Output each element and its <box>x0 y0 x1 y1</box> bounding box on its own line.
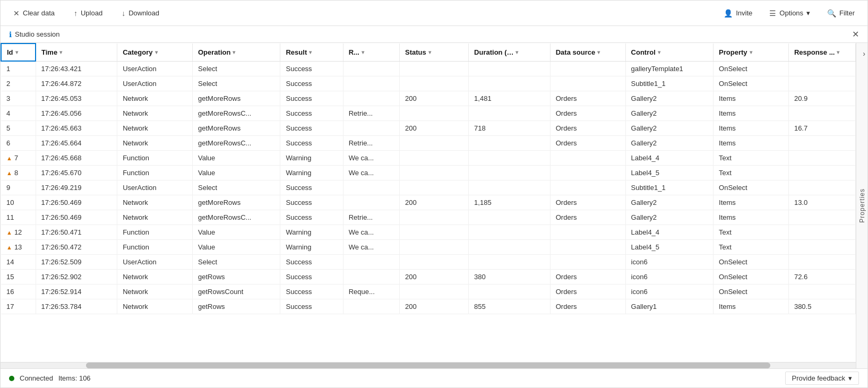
cell-operation: getMoreRows <box>193 91 280 106</box>
col-header-control[interactable]: Control ▾ <box>625 44 713 61</box>
cell-duration <box>469 76 551 91</box>
properties-sidebar-label: Properties <box>858 188 866 223</box>
table-row[interactable]: 517:26:45.663NetworkgetMoreRowsSuccess20… <box>1 121 856 136</box>
cell-property: Items <box>714 299 789 314</box>
cell-r: Retrie... <box>343 210 399 225</box>
table-row[interactable]: ▲1217:26:50.471FunctionValueWarningWe ca… <box>1 225 856 240</box>
col-header-datasource[interactable]: Data source ▾ <box>550 44 625 61</box>
col-header-time[interactable]: Time ▾ <box>36 44 117 61</box>
horizontal-scrollbar[interactable] <box>1 362 856 368</box>
cell-status <box>400 166 469 180</box>
cell-time: 17:26:49.219 <box>36 180 117 195</box>
col-header-operation[interactable]: Operation ▾ <box>193 44 280 61</box>
col-header-result[interactable]: Result ▾ <box>280 44 343 61</box>
table-row[interactable]: 1017:26:50.469NetworkgetMoreRowsSuccess2… <box>1 195 856 210</box>
cell-datasource <box>550 225 625 240</box>
table-row[interactable]: ▲817:26:45.670FunctionValueWarningWe ca.… <box>1 166 856 180</box>
options-button[interactable]: ☰ Options ▾ <box>765 7 814 20</box>
cell-result: Success <box>280 76 343 91</box>
col-header-status[interactable]: Status ▾ <box>400 44 469 61</box>
col-header-category[interactable]: Category ▾ <box>117 44 193 61</box>
cell-time: 17:26:50.469 <box>36 195 117 210</box>
cell-duration <box>469 136 551 151</box>
cell-category: UserAction <box>117 180 193 195</box>
cell-response <box>788 106 855 121</box>
table-row[interactable]: 617:26:45.664NetworkgetMoreRowsC...Succe… <box>1 136 856 151</box>
table-row[interactable]: ▲717:26:45.668FunctionValueWarningWe ca.… <box>1 151 856 166</box>
col-header-duration[interactable]: Duration (… ▾ <box>469 44 551 61</box>
cell-operation: Value <box>193 151 280 166</box>
cell-result: Success <box>280 284 343 299</box>
upload-button[interactable]: ↑ Upload <box>70 7 107 20</box>
cell-status <box>400 76 469 91</box>
col-header-r[interactable]: R... ▾ <box>343 44 399 61</box>
cell-datasource <box>550 61 625 76</box>
cell-datasource <box>550 255 625 270</box>
table-row[interactable]: 1717:26:53.784NetworkgetRowsSuccess20085… <box>1 299 856 314</box>
cell-id-value: 17 <box>6 303 14 311</box>
cell-operation: getMoreRowsC... <box>193 106 280 121</box>
table-row[interactable]: 417:26:45.056NetworkgetMoreRowsC...Succe… <box>1 106 856 121</box>
col-header-id[interactable]: Id ▾ <box>1 44 36 61</box>
table-row[interactable]: 117:26:43.421UserActionSelectSuccessgall… <box>1 61 856 76</box>
table-row[interactable]: 217:26:44.872UserActionSelectSuccessSubt… <box>1 76 856 91</box>
cell-operation: Select <box>193 255 280 270</box>
cell-control: icon6 <box>625 270 713 284</box>
col-r-label: R... <box>349 48 359 56</box>
cell-duration <box>469 166 551 180</box>
table-row[interactable]: 1617:26:52.914NetworkgetRowsCountSuccess… <box>1 284 856 299</box>
properties-sidebar[interactable]: › Properties <box>856 43 867 368</box>
toolbar: ✕ Clear data ↑ Upload ↓ Download 👤 Invit… <box>1 1 867 26</box>
cell-time: 17:26:50.471 <box>36 225 117 240</box>
cell-status <box>400 151 469 166</box>
cell-property: Items <box>714 136 789 151</box>
clear-data-button[interactable]: ✕ Clear data <box>9 7 59 20</box>
close-button[interactable]: ✕ <box>852 30 859 39</box>
table-row[interactable]: 1417:26:52.509UserActionSelectSuccessico… <box>1 255 856 270</box>
table-row[interactable]: 1117:26:50.469NetworkgetMoreRowsC...Succ… <box>1 210 856 225</box>
cell-r <box>343 76 399 91</box>
warning-icon: ▲ <box>6 229 12 236</box>
cell-response <box>788 210 855 225</box>
cell-id: 14 <box>1 255 36 270</box>
cell-status <box>400 61 469 76</box>
cell-result: Success <box>280 121 343 136</box>
filter-button[interactable]: 🔍 Filter <box>823 7 859 20</box>
cell-result: Success <box>280 270 343 284</box>
table-row[interactable]: 317:26:45.053NetworkgetMoreRowsSuccess20… <box>1 91 856 106</box>
cell-time: 17:26:45.056 <box>36 106 117 121</box>
col-header-response[interactable]: Response ... ▾ <box>788 44 855 61</box>
download-button[interactable]: ↓ Download <box>117 7 164 20</box>
col-header-property[interactable]: Property ▾ <box>714 44 789 61</box>
cell-property: Items <box>714 121 789 136</box>
warning-icon: ▲ <box>6 155 12 161</box>
cell-control: icon6 <box>625 284 713 299</box>
table-row[interactable]: 917:26:49.219UserActionSelectSuccessSubt… <box>1 180 856 195</box>
cell-category: Function <box>117 225 193 240</box>
cell-duration <box>469 61 551 76</box>
connected-dot-icon <box>9 376 14 381</box>
cell-id-value: 15 <box>6 273 14 281</box>
cell-category: UserAction <box>117 255 193 270</box>
session-label-container: ℹ Studio session <box>9 30 60 39</box>
col-duration-label: Duration (… <box>474 48 513 56</box>
col-time-sort-icon: ▾ <box>59 49 62 55</box>
cell-duration: 1,185 <box>469 195 551 210</box>
provide-feedback-button[interactable]: Provide feedback ▾ <box>785 372 859 385</box>
cell-r <box>343 299 399 314</box>
table-wrapper[interactable]: Id ▾ Time ▾ <box>1 43 856 362</box>
cell-response: 20.9 <box>788 91 855 106</box>
cell-id-value: 13 <box>14 243 22 251</box>
cell-property: OnSelect <box>714 255 789 270</box>
cell-r: Retrie... <box>343 106 399 121</box>
col-status-sort-icon: ▾ <box>428 49 431 55</box>
cell-datasource: Orders <box>550 270 625 284</box>
table-row[interactable]: 1517:26:52.902NetworkgetRowsSuccess20038… <box>1 270 856 284</box>
invite-button[interactable]: 👤 Invite <box>719 7 757 20</box>
cell-operation: Value <box>193 240 280 255</box>
cell-time: 17:26:52.914 <box>36 284 117 299</box>
cell-duration: 855 <box>469 299 551 314</box>
cell-time: 17:26:45.053 <box>36 91 117 106</box>
cell-control: Gallery2 <box>625 195 713 210</box>
table-row[interactable]: ▲1317:26:50.472FunctionValueWarningWe ca… <box>1 240 856 255</box>
